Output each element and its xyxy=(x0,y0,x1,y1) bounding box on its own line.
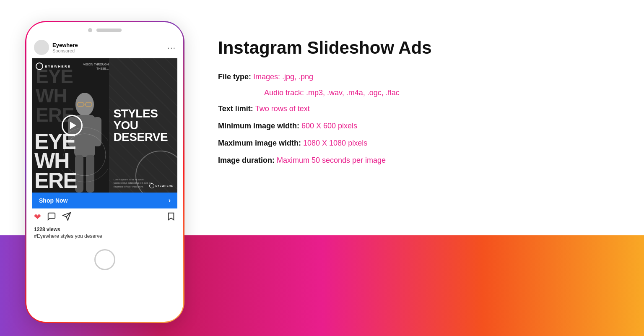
play-triangle-icon xyxy=(70,122,76,129)
slide-1: EYEWHERE EYEWHERE VISION THROUGH THESE..… xyxy=(32,58,112,193)
text-limit-value: Two rows of text xyxy=(255,104,310,113)
slide1-bottom-text: EYEWHERE xyxy=(34,132,77,190)
slide1-logo-text: EYEWHERE xyxy=(45,65,71,68)
like-button[interactable]: ❤ xyxy=(34,212,41,223)
phone-top-bar xyxy=(26,22,183,36)
min-width-label: Minimum image width: xyxy=(218,122,301,130)
shop-now-button[interactable]: Shop Now › xyxy=(32,193,177,208)
audio-track-row: Audio track: .mp3, .wav, .m4a, .ogc, .fl… xyxy=(264,89,619,97)
slide-1-content: EYEWHERE EYEWHERE VISION THROUGH THESE..… xyxy=(32,58,112,193)
post-caption: #Eyewhere styles you deserve xyxy=(32,233,177,242)
slide1-header-text: VISION THROUGH THESE... xyxy=(75,63,109,71)
slide1-logo-circle xyxy=(36,63,43,70)
max-width-label: Maximum image width: xyxy=(218,139,303,147)
post-username: Eyewhere xyxy=(52,42,78,48)
post-actions: ❤ xyxy=(32,208,177,227)
share-button[interactable] xyxy=(62,212,71,223)
svg-rect-3 xyxy=(93,117,101,146)
image-duration-row: Image duration: Maximum 50 seconds per i… xyxy=(218,155,619,166)
shop-now-label: Shop Now xyxy=(39,197,68,204)
text-limit-label: Text limit: xyxy=(218,104,255,113)
phone-speaker xyxy=(96,29,122,32)
phone-camera xyxy=(88,28,92,32)
max-width-row: Maximum image width: 1080 X 1080 pixels xyxy=(218,138,619,149)
post-header: Eyewhere Sponsored ··· xyxy=(32,36,177,58)
play-button[interactable] xyxy=(62,115,83,136)
save-button[interactable] xyxy=(166,212,176,223)
post-user: Eyewhere Sponsored xyxy=(34,40,78,55)
svg-rect-5 xyxy=(86,155,94,193)
post-sponsored: Sponsored xyxy=(52,48,78,53)
more-options-icon[interactable]: ··· xyxy=(167,43,176,52)
slide1-logo: EYEWHERE xyxy=(36,63,71,70)
post-views: 1228 views xyxy=(32,227,177,233)
svg-marker-13 xyxy=(169,213,174,220)
home-button[interactable] xyxy=(94,249,115,270)
comment-button[interactable] xyxy=(47,212,56,223)
file-type-label: File type: xyxy=(218,73,253,81)
post-actions-left: ❤ xyxy=(34,212,71,223)
phone-frame: Eyewhere Sponsored ··· EYEWHERE xyxy=(25,21,184,323)
slide2-logo-circle xyxy=(149,183,154,188)
phone-bottom xyxy=(26,242,183,279)
avatar xyxy=(34,40,49,55)
file-type-value: Images: .jpg, .png xyxy=(253,73,313,81)
min-width-row: Minimum image width: 600 X 600 pixels xyxy=(218,120,619,132)
min-width-value: 600 X 600 pixels xyxy=(301,122,357,130)
file-type-row: File type: Images: .jpg, .png xyxy=(218,71,619,83)
slideshow-area: EYEWHERE EYEWHERE VISION THROUGH THESE..… xyxy=(32,58,177,193)
slide2-logo-text: EYEWHERE xyxy=(156,185,173,187)
instagram-post: Eyewhere Sponsored ··· EYEWHERE xyxy=(32,36,177,242)
image-duration-label: Image duration: xyxy=(218,156,277,164)
image-duration-value: Maximum 50 seconds per image xyxy=(277,156,386,164)
max-width-value: 1080 X 1080 pixels xyxy=(303,139,367,147)
page-title: Instagram Slideshow Ads xyxy=(218,38,619,58)
main-layout: Eyewhere Sponsored ··· EYEWHERE xyxy=(0,0,644,323)
phone-container: Eyewhere Sponsored ··· EYEWHERE xyxy=(25,21,184,323)
post-user-info: Eyewhere Sponsored xyxy=(52,42,78,53)
slide2-main-text: STYLESYOUDESERVE xyxy=(113,108,168,143)
text-limit-row: Text limit: Two rows of text xyxy=(218,103,619,115)
slide-2: STYLESYOUDESERVE Lorem ipsum dolor sit a… xyxy=(109,58,177,193)
info-panel: Instagram Slideshow Ads File type: Image… xyxy=(218,13,619,172)
shop-now-arrow-icon: › xyxy=(169,197,171,204)
slide2-logo: EYEWHERE xyxy=(149,183,173,188)
